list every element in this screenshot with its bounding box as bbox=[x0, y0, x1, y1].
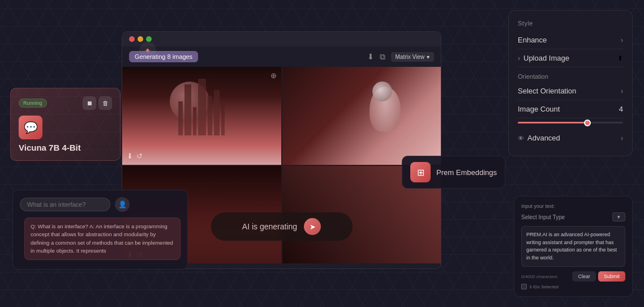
view-mode-chevron: ▾ bbox=[427, 54, 430, 60]
char-counter: 0/4000 characters bbox=[521, 274, 557, 279]
minimize-button[interactable] bbox=[138, 36, 143, 42]
ai-generating-text: AI is generating bbox=[242, 222, 297, 231]
image-cell-2[interactable] bbox=[282, 67, 441, 165]
buildings bbox=[122, 79, 281, 135]
delete-button[interactable]: 🗑 bbox=[98, 96, 112, 110]
model-icon: 💬 bbox=[24, 121, 38, 134]
image-actions-1: ⬇ ↺ bbox=[127, 152, 143, 160]
eye-icon: 👁 bbox=[518, 135, 524, 142]
select-orientation-row[interactable]: Select Orientation › bbox=[518, 82, 623, 100]
user-avatar: 👤 bbox=[115, 197, 130, 212]
download-icon[interactable]: ⬇ bbox=[367, 52, 374, 61]
submit-button[interactable]: Submit bbox=[598, 271, 625, 282]
select-dropdown-btn[interactable]: ▾ bbox=[612, 212, 625, 221]
view-mode-selector[interactable]: Matrix View ▾ bbox=[391, 52, 435, 62]
prem-embeddings-badge[interactable]: ⊞ Prem Embeddings bbox=[402, 156, 505, 189]
building-5 bbox=[208, 96, 212, 135]
chat-window: 👤 Q: What is an interface? A: An interfa… bbox=[12, 190, 188, 270]
model-badge-group: Running bbox=[19, 99, 47, 108]
advanced-label: Advanced bbox=[527, 134, 560, 142]
ai-send-button[interactable]: ➤ bbox=[304, 218, 321, 235]
input-type-select[interactable]: Select Input Type ▾ bbox=[521, 212, 625, 221]
orientation-chevron: › bbox=[621, 87, 623, 95]
building-6 bbox=[214, 90, 220, 135]
prem-badge-text: Prem Embeddings bbox=[436, 168, 497, 177]
image-count-slider[interactable] bbox=[518, 122, 623, 123]
ids-checkbox-label: 3 IDs Selected bbox=[529, 284, 559, 289]
prem-icon: ⊞ bbox=[417, 167, 424, 178]
model-card-header: Running ⏹ 🗑 bbox=[19, 96, 112, 110]
browser-header: Generating 8 images ⬇ ⧉ Matrix View ▾ bbox=[122, 46, 441, 67]
chat-input[interactable] bbox=[20, 198, 110, 211]
building-3 bbox=[193, 107, 196, 135]
advanced-chevron: › bbox=[621, 134, 623, 142]
maximize-button[interactable] bbox=[146, 36, 152, 42]
slider-thumb bbox=[584, 120, 591, 126]
browser-toolbar: ✦ bbox=[122, 32, 441, 46]
image-cell-1[interactable]: ⊕ ⬇ ↺ bbox=[122, 67, 281, 165]
ids-checkbox[interactable] bbox=[521, 284, 527, 289]
select-orientation-label: Select Orientation bbox=[518, 87, 576, 95]
image-count-label: Image Count bbox=[518, 105, 560, 113]
upload-image-label: Upload Image bbox=[523, 54, 569, 62]
running-badge: Running bbox=[19, 99, 47, 108]
expand-icon: › bbox=[518, 54, 520, 62]
advanced-row[interactable]: 👁 Advanced › bbox=[518, 129, 623, 147]
node-icon: ✦ bbox=[139, 42, 156, 59]
browser-icons: ⬇ ⧉ Matrix View ▾ bbox=[367, 52, 435, 62]
upload-image-row[interactable]: › Upload Image ⬆ bbox=[518, 49, 623, 67]
stop-button[interactable]: ⏹ bbox=[83, 96, 96, 110]
slider-track bbox=[518, 122, 623, 123]
model-card-actions: ⏹ 🗑 bbox=[83, 96, 112, 110]
clear-button[interactable]: Clear bbox=[572, 271, 596, 282]
model-card: Running ⏹ 🗑 💬 Vicuna 7B 4-Bit bbox=[10, 88, 121, 161]
text-card-label: Input your text: bbox=[521, 203, 625, 209]
zoom-icon[interactable]: ⊕ bbox=[271, 71, 277, 80]
enhance-row[interactable]: Enhance › bbox=[518, 31, 623, 49]
image-count-row[interactable]: Image Count 4 bbox=[518, 100, 623, 118]
view-mode-label: Matrix View bbox=[396, 54, 425, 60]
building-1 bbox=[178, 101, 183, 135]
model-icon-area: 💬 bbox=[19, 116, 112, 139]
chat-bubble: Q: What is an interface? A: An interface… bbox=[24, 218, 181, 260]
ai-generating-bar: AI is generating ➤ bbox=[211, 212, 353, 241]
model-name: Vicuna 7B 4-Bit bbox=[19, 143, 112, 152]
style-label: Style bbox=[518, 20, 623, 27]
select-placeholder: Select Input Type bbox=[521, 214, 565, 220]
prem-icon-box: ⊞ bbox=[410, 162, 431, 182]
download-image-icon[interactable]: ⬇ bbox=[127, 152, 133, 160]
copy-icon[interactable]: ⧉ bbox=[380, 52, 385, 62]
building-4 bbox=[198, 79, 206, 135]
text-input-card: Input your text: Select Input Type ▾ PRE… bbox=[514, 196, 633, 297]
chat-input-row: 👤 bbox=[20, 197, 181, 212]
close-button[interactable] bbox=[129, 36, 135, 42]
traffic-lights bbox=[129, 36, 152, 42]
building-2 bbox=[184, 84, 191, 135]
text-card-footer: 0/4000 characters Clear Submit bbox=[521, 271, 625, 282]
building-7 bbox=[221, 104, 225, 135]
refresh-image-icon[interactable]: ↺ bbox=[136, 152, 143, 160]
city-image bbox=[122, 67, 281, 165]
model-icon-box: 💬 bbox=[19, 116, 42, 139]
settings-panel: Style Enhance › › Upload Image ⬆ Orienta… bbox=[508, 10, 633, 156]
astronaut-image bbox=[282, 67, 441, 165]
text-card-textarea: PREM.AI is an advanced AI-powered writin… bbox=[521, 226, 625, 267]
slider-fill bbox=[518, 122, 586, 123]
chat-bubble-wrapper: Q: What is an interface? A: An interface… bbox=[20, 218, 181, 260]
enhance-label: Enhance bbox=[518, 36, 547, 44]
orientation-section-label: Orientation bbox=[518, 73, 623, 80]
image-count-value: 4 bbox=[619, 105, 623, 113]
checkbox-row: 3 IDs Selected bbox=[521, 284, 625, 289]
enhance-chevron: › bbox=[621, 36, 623, 44]
chat-bubble-text: Q: What is an interface? A: An interface… bbox=[31, 223, 174, 255]
upload-icon: ⬆ bbox=[617, 54, 623, 62]
